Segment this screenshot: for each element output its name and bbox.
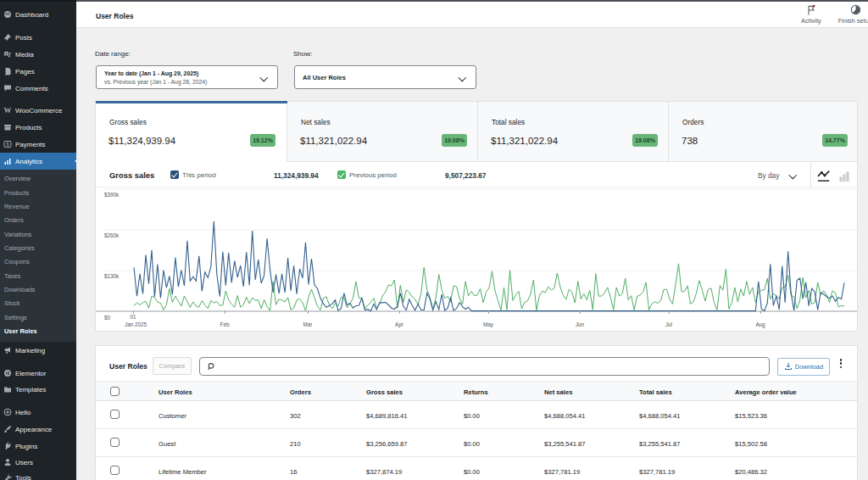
svg-text:$: $ — [6, 142, 8, 147]
